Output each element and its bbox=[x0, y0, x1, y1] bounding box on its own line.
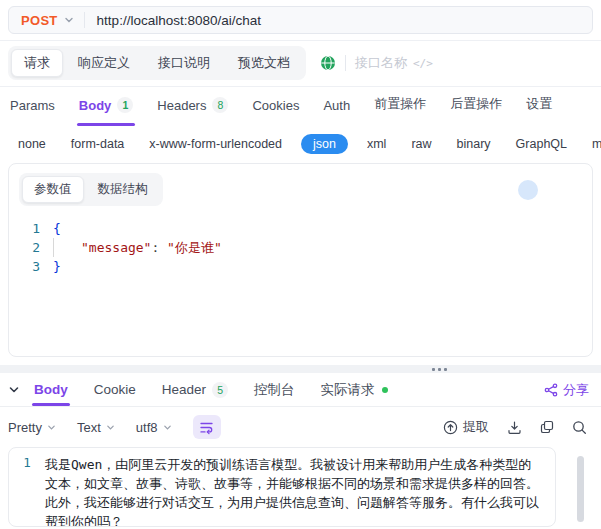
response-tabs-row: Body Cookie Header5 控制台 实际请求 分享 bbox=[0, 373, 601, 407]
chevron-down-icon bbox=[106, 423, 115, 432]
request-tabs-row: Params Body1 Headers8 Cookies Auth 前置操作 … bbox=[0, 87, 601, 126]
copy-icon bbox=[540, 420, 554, 434]
tab-settings[interactable]: 设置 bbox=[526, 95, 552, 126]
tab-response-cookie[interactable]: Cookie bbox=[94, 373, 136, 406]
line-number: 1 bbox=[9, 455, 45, 526]
wrap-text-icon bbox=[199, 420, 214, 435]
body-type-form-data[interactable]: form-data bbox=[71, 137, 125, 151]
word-wrap-toggle[interactable] bbox=[193, 415, 221, 439]
tab-badge: 5 bbox=[212, 382, 228, 398]
token-colon: : bbox=[151, 240, 167, 255]
copy-button[interactable] bbox=[540, 420, 554, 434]
body-type-graphql[interactable]: GraphQL bbox=[516, 137, 567, 151]
code-content: "message": "你是谁" bbox=[53, 238, 222, 257]
divider bbox=[345, 55, 346, 71]
format-mode-dropdown[interactable]: Pretty bbox=[8, 420, 56, 435]
code-line: 3 } bbox=[19, 257, 582, 276]
body-type-xml[interactable]: xml bbox=[367, 137, 386, 151]
status-dot bbox=[382, 387, 388, 393]
chevron-down-icon bbox=[8, 384, 20, 396]
search-button[interactable] bbox=[572, 420, 587, 435]
dropdown-value: Text bbox=[77, 420, 101, 435]
globe-icon bbox=[320, 55, 336, 71]
body-type-msgpack[interactable]: msgpack bbox=[592, 137, 601, 151]
tab-label: 响应定义 bbox=[78, 55, 130, 70]
tab-label: Headers bbox=[157, 98, 206, 113]
collapse-panel-button[interactable] bbox=[8, 384, 20, 396]
code-line: 1 { bbox=[19, 219, 582, 238]
body-type-binary[interactable]: binary bbox=[457, 137, 491, 151]
tab-label: Body bbox=[34, 382, 68, 397]
tab-param-value[interactable]: 参数值 bbox=[22, 176, 84, 203]
json-code-editor[interactable]: 1 { 2 "message": "你是谁" 3 } bbox=[19, 219, 582, 276]
dropdown-value: utf8 bbox=[136, 420, 158, 435]
extract-button[interactable]: 提取 bbox=[443, 418, 489, 436]
doc-tabs-segmented: 请求 响应定义 接口说明 预览文档 bbox=[8, 46, 306, 80]
tab-badge: 8 bbox=[212, 97, 228, 113]
line-number: 2 bbox=[19, 238, 53, 257]
panel-resize-handle[interactable] bbox=[0, 365, 601, 373]
download-icon bbox=[507, 420, 522, 435]
token-brace: } bbox=[53, 259, 61, 274]
tab-label: 接口说明 bbox=[158, 55, 210, 70]
search-icon bbox=[572, 420, 587, 435]
share-button[interactable]: 分享 bbox=[544, 381, 589, 399]
line-number: 1 bbox=[19, 219, 53, 238]
tab-response-header[interactable]: Header5 bbox=[162, 373, 228, 406]
tab-response-body[interactable]: Body bbox=[34, 373, 68, 406]
chevron-down-icon bbox=[47, 423, 56, 432]
tab-label: Cookie bbox=[94, 382, 136, 397]
tab-label: Auth bbox=[323, 98, 350, 113]
tab-pre-actions[interactable]: 前置操作 bbox=[374, 95, 426, 126]
tab-label: 前置操作 bbox=[374, 95, 426, 113]
encoding-dropdown[interactable]: utf8 bbox=[136, 420, 172, 435]
method-dropdown[interactable]: POST bbox=[9, 13, 84, 28]
tab-post-actions[interactable]: 后置操作 bbox=[450, 95, 502, 126]
method-label: POST bbox=[21, 13, 58, 28]
tab-preview-docs[interactable]: 预览文档 bbox=[225, 49, 303, 77]
chevron-down-icon bbox=[64, 15, 74, 25]
url-input[interactable]: http://localhost:8080/ai/chat bbox=[85, 13, 592, 28]
tab-data-structure[interactable]: 数据结构 bbox=[86, 176, 160, 203]
tab-label: 预览文档 bbox=[238, 55, 290, 70]
tab-label: 设置 bbox=[526, 95, 552, 113]
doc-tabs-row: 请求 响应定义 接口说明 预览文档 接口名称 </> bbox=[0, 41, 601, 87]
tab-label: 实际请求 bbox=[321, 381, 375, 399]
tab-api-description[interactable]: 接口说明 bbox=[145, 49, 223, 77]
body-type-raw[interactable]: raw bbox=[411, 137, 431, 151]
tab-auth[interactable]: Auth bbox=[323, 98, 350, 126]
line-number: 3 bbox=[19, 257, 53, 276]
code-line: 2 "message": "你是谁" bbox=[19, 238, 582, 257]
drag-dots-icon bbox=[432, 368, 447, 371]
response-text: 我是Qwen，由阿里云开发的预训练语言模型。我被设计用来帮助用户生成各种类型的文… bbox=[45, 455, 539, 526]
tab-label: 请求 bbox=[24, 55, 50, 70]
tab-cookies[interactable]: Cookies bbox=[252, 98, 299, 126]
tab-request[interactable]: 请求 bbox=[11, 49, 63, 77]
extract-icon bbox=[443, 420, 458, 435]
tab-headers[interactable]: Headers8 bbox=[157, 97, 228, 126]
tab-label: Header bbox=[162, 382, 206, 397]
code-content: { bbox=[53, 219, 61, 238]
body-type-none[interactable]: none bbox=[18, 137, 46, 151]
response-toolbar: Pretty Text utf8 提取 bbox=[0, 407, 601, 447]
tab-console[interactable]: 控制台 bbox=[254, 373, 295, 406]
floating-helper-button[interactable] bbox=[518, 180, 538, 200]
tab-label: 后置操作 bbox=[450, 95, 502, 113]
tab-label: 数据结构 bbox=[98, 182, 148, 196]
tab-label: 控制台 bbox=[254, 381, 295, 399]
code-content: } bbox=[53, 257, 61, 276]
response-body-viewer: 1 我是Qwen，由阿里云开发的预训练语言模型。我被设计用来帮助用户生成各种类型… bbox=[8, 447, 556, 527]
view-mode-dropdown[interactable]: Text bbox=[77, 420, 115, 435]
tab-response-definition[interactable]: 响应定义 bbox=[65, 49, 143, 77]
tab-params[interactable]: Params bbox=[10, 98, 55, 126]
tab-body[interactable]: Body1 bbox=[79, 97, 134, 126]
body-type-urlencoded[interactable]: x-www-form-urlencoded bbox=[149, 137, 282, 151]
download-button[interactable] bbox=[507, 420, 522, 435]
tab-actual-request[interactable]: 实际请求 bbox=[321, 373, 388, 406]
share-icon bbox=[544, 383, 558, 397]
scrollbar-thumb[interactable] bbox=[577, 456, 584, 522]
body-type-json[interactable]: json bbox=[301, 134, 348, 154]
toolbar-right-group: 提取 bbox=[443, 418, 587, 436]
tab-label: 参数值 bbox=[34, 182, 72, 196]
api-name-placeholder[interactable]: 接口名称 bbox=[355, 54, 407, 72]
